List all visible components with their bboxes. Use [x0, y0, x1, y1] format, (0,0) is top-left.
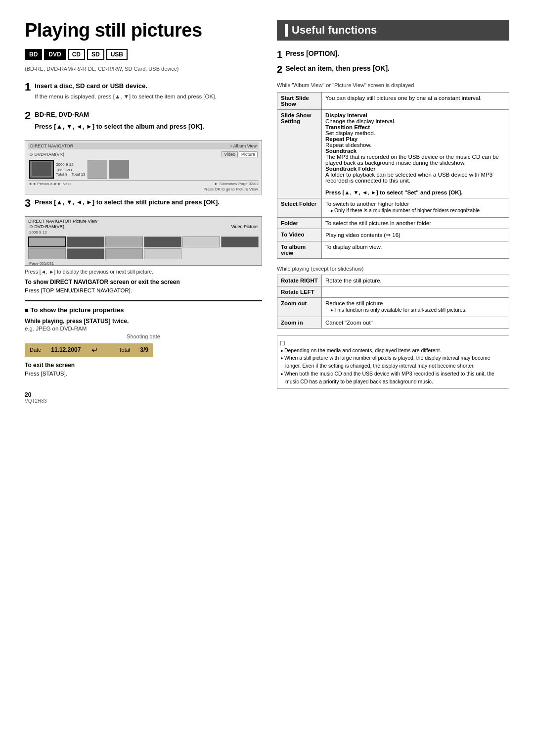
step-3-content: Press [▲, ▼, ◄, ►] to select the still p…: [35, 197, 262, 209]
func-row-to-album: To album view To display album view.: [277, 241, 509, 258]
tg-1: [28, 236, 66, 247]
screen1-date: 2006 9 12: [56, 162, 86, 167]
step-2-num: 2: [25, 110, 31, 122]
date-bar: Date 11.12.2007 ↵ Total 3/9: [25, 343, 153, 357]
thumb-3: [109, 160, 129, 179]
step-3-num: 3: [25, 197, 31, 209]
eg-label: e.g. JPEG on DVD-RAM: [25, 326, 262, 331]
tg-3: [105, 236, 143, 247]
step-1: 1 Insert a disc, SD card or USB device. …: [25, 81, 262, 103]
left-column: Playing still pictures BD DVD CD SD USB …: [25, 20, 262, 404]
func-row-select-folder: Select Folder To switch to another highe…: [277, 198, 509, 218]
screen2-tabs: Video Picture: [231, 224, 258, 229]
badge-dvd: DVD: [44, 49, 65, 60]
ft2-rotate-right-text: Rotate the still picture.: [322, 275, 509, 286]
ft2-zoom-in-text: Cancel "Zoom out": [322, 317, 509, 328]
screen-picture-view: DIRECT NAVIGATOR Picture View ⊙ DVD-RAM(…: [25, 216, 262, 266]
step-2-subtitle: Press [▲, ▼, ◄, ►] to select the album a…: [35, 123, 204, 130]
func-row-folder: Folder To select the still pictures in a…: [277, 217, 509, 229]
ft-slide-setting-label: Slide Show Setting: [277, 110, 322, 198]
ft2-zoom-out-label: Zoom out: [277, 297, 322, 317]
screen1-count3: Total 13: [72, 172, 86, 177]
enter-icon: ↵: [91, 345, 98, 355]
screen1-titlebar: DIRECT NAVIGATOR ○ Album View: [28, 142, 259, 149]
ft-to-video-label: To Video: [277, 229, 322, 241]
page-layout: Playing still pictures BD DVD CD SD USB …: [25, 20, 509, 404]
note-1: Depending on the media and contents, dis…: [280, 347, 506, 355]
right-step-2-text: Select an item, then press [OK].: [285, 63, 390, 75]
tg-9: [105, 248, 143, 259]
step-1-num: 1: [25, 81, 31, 93]
ft2-zoom-out-text: Reduce the still picture This function i…: [322, 297, 509, 317]
ft-start-slide-text: You can display still pictures one by on…: [322, 93, 509, 110]
step-3-title: Press [▲, ▼, ◄, ►] to select the still p…: [35, 198, 220, 206]
page-number: 20: [25, 391, 262, 398]
screen1-tabs: Video Picture: [222, 151, 258, 157]
sub-soundtrack: Soundtrack: [325, 148, 356, 154]
ft-folder-label: Folder: [277, 217, 322, 229]
badge-sd: SD: [87, 49, 104, 60]
while-play-note: While playing (except for slideshow): [277, 266, 509, 272]
page-footer: 20 VQT2H83: [25, 391, 262, 404]
exit-bold: To exit the screen: [25, 362, 262, 369]
func2-row-zoom-out: Zoom out Reduce the still picture This f…: [277, 297, 509, 317]
tg-5: [182, 236, 220, 247]
total-bar-label: Total: [119, 347, 130, 353]
total-bar-value: 3/9: [140, 346, 148, 353]
screen2-tab-picture: Picture: [244, 224, 258, 229]
tg-7: [28, 248, 66, 259]
sub-soundtrack-folder: Soundtrack Folder: [325, 166, 376, 172]
step-2-title: BD-RE, DVD-RAM: [35, 111, 89, 118]
screen1-count2: Total 8: [56, 172, 68, 177]
screen1-nav: DIRECT NAVIGATOR: [30, 143, 73, 148]
while-note: While "Album View" or "Picture View" scr…: [277, 82, 509, 88]
tg-10: [144, 248, 181, 259]
step-2-content: BD-RE, DVD-RAM Press [▲, ▼, ◄, ►] to sel…: [35, 110, 262, 133]
screen1-footer: ◄◄ Previous ►► Next ► Slideshow Page 02/…: [28, 180, 259, 186]
right-step-2-num: 2: [277, 63, 282, 75]
screen1-thumbs: 2006 9 12 106 DVD Total 8 Total 13: [29, 160, 258, 179]
exit-text: Press [STATUS].: [25, 371, 262, 377]
sub-display-interval: Display interval: [325, 112, 367, 118]
ft-to-video-text: Playing video contents (⇒ 16): [322, 229, 509, 241]
screen2-nav: DIRECT NAVIGATOR: [28, 219, 71, 224]
sub-transition: Transition Effect: [325, 124, 370, 130]
screen-album-view: DIRECT NAVIGATOR ○ Album View ⊙ DVD-RAM(…: [25, 140, 262, 194]
status-bold: While playing, press [STATUS] twice.: [25, 318, 262, 325]
right-step-1: 1 Press [OPTION].: [277, 48, 509, 60]
screen1-caption: Press OK to go to Picture View.: [28, 187, 259, 191]
step-1-title: Insert a disc, SD card or USB device.: [35, 82, 147, 90]
right-step-2: 2 Select an item, then press [OK].: [277, 63, 509, 75]
section-divider: [25, 300, 262, 301]
badge-bd: BD: [25, 49, 42, 60]
tg-2: [67, 236, 104, 247]
ft2-zoom-in-label: Zoom in: [277, 317, 322, 328]
ft2-rotate-left-label: Rotate LEFT: [277, 286, 322, 297]
thumb-2: [88, 160, 107, 179]
func-row-start-slide: Start Slide Show You can display still p…: [277, 93, 509, 110]
direct-nav-note-bold: To show DIRECT NAVIGATOR screen or exit …: [25, 279, 262, 285]
step-1-content: Insert a disc, SD card or USB device. If…: [35, 81, 262, 103]
func-row-to-video: To Video Playing video contents (⇒ 16): [277, 229, 509, 241]
screen1-count1: 106 DVD: [56, 168, 72, 172]
screen2-page: Page 001/031: [28, 261, 259, 266]
notes-box: □ Depending on the media and contents, d…: [277, 335, 509, 389]
tg-4: [144, 236, 181, 247]
ft-folder-text: To select the still pictures in another …: [322, 217, 509, 229]
tg-8: [67, 248, 104, 259]
right-step-1-text: Press [OPTION].: [285, 48, 339, 60]
right-column: Useful functions 1 Press [OPTION]. 2 Sel…: [277, 20, 509, 404]
navigator-note: Press [◄, ►] to display the previous or …: [25, 269, 262, 275]
screen1-tab-video: Video: [222, 151, 238, 157]
ft-start-slide-label: Start Slide Show: [277, 93, 322, 110]
screen2-titlebar: DIRECT NAVIGATOR Picture View: [28, 219, 259, 224]
screen2-tab: Picture View: [73, 219, 97, 224]
version: VQT2H83: [25, 398, 262, 404]
sub-press-set: Press [▲, ▼, ◄, ►] to select "Set" and p…: [325, 189, 463, 195]
note-2: When a still picture with large number o…: [280, 354, 506, 370]
step-3: 3 Press [▲, ▼, ◄, ►] to select the still…: [25, 197, 262, 209]
thumb-selected: [29, 160, 54, 179]
page-title: Playing still pictures: [25, 20, 262, 41]
date-bar-value: 11.12.2007: [51, 346, 81, 353]
screen1-prev: ◄◄ Previous ►► Next: [28, 182, 71, 186]
